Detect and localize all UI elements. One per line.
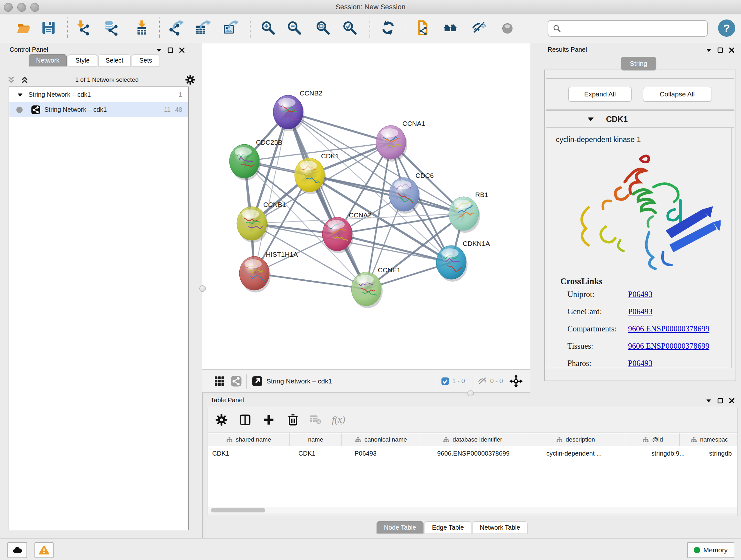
panel-menu-caret-icon[interactable] xyxy=(705,397,712,404)
control-panel-title: Control Panel xyxy=(10,46,48,53)
hidden-count-badge: 0 - 0 xyxy=(490,377,503,385)
open-in-new-window-icon[interactable] xyxy=(251,375,263,387)
delete-table-icon[interactable] xyxy=(309,413,326,429)
network-node-HIST1H1A[interactable]: HIST1H1A xyxy=(239,251,298,293)
zoom-selected-icon[interactable] xyxy=(341,19,359,37)
network-node-CDKN1A[interactable]: CDKN1A xyxy=(436,240,490,282)
tab-network[interactable]: Network xyxy=(29,54,67,66)
horizontal-scrollbar[interactable] xyxy=(208,507,737,513)
help-icon[interactable]: ? xyxy=(718,19,735,37)
protein-section-header[interactable]: CDK1 xyxy=(546,111,734,128)
hide-glyphs-icon[interactable] xyxy=(470,19,488,37)
left-splitter-handle[interactable] xyxy=(199,286,206,292)
section-collapse-caret-icon[interactable] xyxy=(587,115,595,123)
table-cell[interactable]: CDK1 xyxy=(294,450,350,457)
panel-float-icon[interactable] xyxy=(717,47,724,54)
network-node-CCNB2[interactable]: CCNB2 xyxy=(273,89,322,131)
network-node-CDC25B[interactable]: CDC25B xyxy=(229,138,282,180)
table-cell[interactable]: 9606.ENSP00000378699 xyxy=(433,450,542,457)
crosslink-value-link[interactable]: P06493 xyxy=(628,290,652,299)
pan-crosshair-icon[interactable] xyxy=(509,374,523,388)
cloud-button[interactable] xyxy=(7,542,27,558)
show-glyphs-icon[interactable] xyxy=(498,19,516,37)
hidden-nodes-eye-icon[interactable] xyxy=(477,376,488,386)
table-settings-gear-icon[interactable] xyxy=(214,413,231,429)
warnings-button[interactable] xyxy=(35,542,54,558)
import-database-icon[interactable] xyxy=(103,19,121,37)
crosslink-label: Pharos: xyxy=(567,359,628,368)
crosslink-value-link[interactable]: P06493 xyxy=(628,359,652,368)
panel-float-icon[interactable] xyxy=(167,47,174,54)
panel-close-icon[interactable] xyxy=(728,47,735,54)
import-network-icon[interactable] xyxy=(75,19,92,37)
string-share-icon[interactable] xyxy=(230,375,242,387)
delete-column-trash-icon[interactable] xyxy=(286,413,302,429)
network-node-RB1[interactable]: RB1 xyxy=(449,191,488,233)
tab-edge-table[interactable]: Edge Table xyxy=(425,521,471,534)
network-options-gear-icon[interactable] xyxy=(185,74,196,85)
tab-select[interactable]: Select xyxy=(98,54,131,66)
search-input[interactable] xyxy=(564,22,707,35)
show-columns-icon[interactable] xyxy=(238,413,255,429)
tree-expand-caret-icon[interactable] xyxy=(17,91,23,98)
refresh-layout-icon[interactable] xyxy=(379,19,397,37)
column-header--id[interactable]: @id xyxy=(626,433,680,446)
column-header-namespac[interactable]: namespac xyxy=(680,433,739,446)
crosslink-row: Pharos:P06493 xyxy=(567,359,727,368)
crosslink-value-link[interactable]: 9606.ENSP00000378699 xyxy=(628,324,710,333)
selected-nodes-check-icon[interactable] xyxy=(441,377,450,386)
annotation-share-icon[interactable] xyxy=(414,19,432,37)
add-column-icon[interactable] xyxy=(262,413,278,429)
export-network-icon[interactable] xyxy=(167,19,185,37)
network-node-CCNB1[interactable]: CCNB1 xyxy=(237,201,286,243)
open-folder-icon[interactable] xyxy=(15,19,32,37)
table-cell[interactable]: stringdb:9... xyxy=(647,450,704,457)
column-header-canonical-name[interactable]: canonical name xyxy=(342,433,420,446)
panel-menu-caret-icon[interactable] xyxy=(705,47,712,54)
panel-float-icon[interactable] xyxy=(717,397,724,404)
export-table-icon[interactable] xyxy=(193,19,211,37)
tab-string[interactable]: String xyxy=(621,57,656,70)
home-icon[interactable] xyxy=(442,19,460,37)
function-builder-icon[interactable]: f(x) xyxy=(332,414,345,425)
tab-network-table[interactable]: Network Table xyxy=(473,521,528,534)
table-cell[interactable]: P06493 xyxy=(350,450,433,457)
panel-close-icon[interactable] xyxy=(179,47,185,54)
network-row-selected[interactable]: String Network – cdk1 11 48 xyxy=(9,102,188,117)
export-image-icon[interactable] xyxy=(221,19,239,37)
table-cell[interactable]: stringdb xyxy=(704,450,741,457)
collection-count: 1 xyxy=(179,91,182,98)
expand-all-networks-icon[interactable] xyxy=(20,75,29,84)
zoom-out-icon[interactable] xyxy=(285,19,303,37)
tab-style[interactable]: Style xyxy=(68,54,97,66)
table-cell[interactable]: cyclin-dependent ... xyxy=(542,450,647,457)
column-header-shared-name[interactable]: shared name xyxy=(208,433,290,446)
scrollbar-thumb[interactable] xyxy=(211,508,265,512)
panel-menu-caret-icon[interactable] xyxy=(155,47,162,54)
panel-close-icon[interactable] xyxy=(728,397,735,404)
network-canvas[interactable]: CCNB2 CCNA1 CDC25B CDK1 CDC6 xyxy=(202,44,531,369)
memory-button[interactable]: Memory xyxy=(687,542,734,558)
network-view-toolbar: String Network – cdk1 1 - 0 0 - 0 xyxy=(202,369,530,393)
collapse-all-button[interactable]: Collapse All xyxy=(643,87,711,102)
crosslink-value-link[interactable]: 9606.ENSP00000378699 xyxy=(628,341,710,350)
save-icon[interactable] xyxy=(40,19,57,37)
network-node-CCNA1[interactable]: CCNA1 xyxy=(376,120,425,162)
zoom-in-icon[interactable] xyxy=(259,19,277,37)
network-collection-row[interactable]: String Network – cdk1 1 xyxy=(9,87,188,102)
import-table-icon[interactable] xyxy=(133,19,151,37)
collapse-all-networks-icon[interactable] xyxy=(6,75,16,84)
tab-node-table[interactable]: Node Table xyxy=(377,521,423,534)
column-header-name[interactable]: name xyxy=(290,433,342,446)
birdseye-grid-icon[interactable] xyxy=(214,375,225,387)
expand-all-button[interactable]: Expand All xyxy=(568,87,631,102)
table-cell[interactable]: CDK1 xyxy=(208,450,294,457)
column-header-database-identifier[interactable]: database identifier xyxy=(420,433,525,446)
table-row[interactable]: CDK1CDK1P064939606.ENSP00000378699cyclin… xyxy=(208,446,737,460)
tab-sets[interactable]: Sets xyxy=(132,54,159,66)
column-header-description[interactable]: description xyxy=(525,433,626,446)
crosslink-value-link[interactable]: P06493 xyxy=(628,307,652,316)
zoom-fit-icon[interactable] xyxy=(314,19,332,37)
control-panel: Control Panel NetworkStyleSelectSets 1 o… xyxy=(0,44,203,538)
main-toolbar: ? xyxy=(0,14,741,44)
